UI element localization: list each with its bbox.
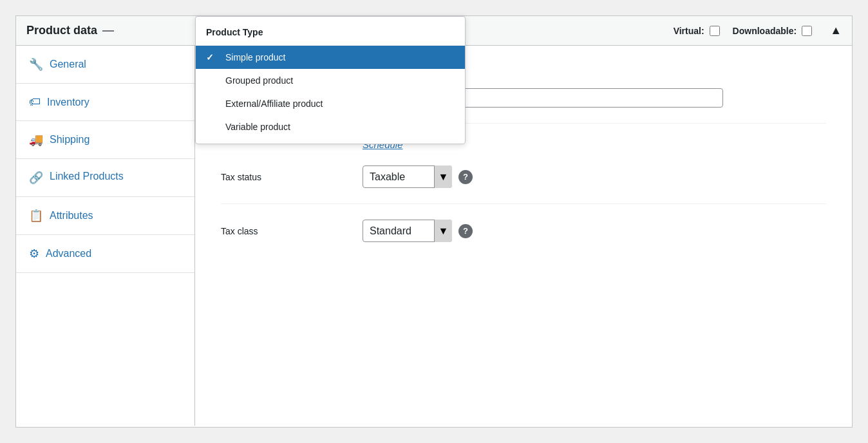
sidebar-item-label-general: General — [50, 59, 86, 70]
tax-class-help-icon[interactable]: ? — [458, 224, 473, 238]
tax-status-help-icon[interactable]: ? — [458, 170, 473, 184]
dropdown-item-label-external: External/Affiliate product — [225, 99, 323, 109]
collapse-button[interactable]: ▲ — [830, 24, 842, 37]
tax-class-select-wrapper: Standard Reduced rate Zero rate ▼ — [363, 220, 452, 242]
sidebar-item-linked-products[interactable]: 🔗 Linked Products — [16, 159, 194, 197]
sidebar-item-label-advanced: Advanced — [46, 248, 91, 259]
sidebar-item-label-attributes: Attributes — [50, 210, 93, 222]
panel-title-text: Product data — [26, 24, 97, 37]
dropdown-item-label-variable: Variable product — [225, 122, 290, 132]
truck-icon: 🚚 — [29, 133, 43, 147]
tax-status-row: Tax status Taxable Shipping only None ▼ … — [221, 165, 826, 204]
tax-status-label: Tax status — [221, 172, 363, 182]
downloadable-checkbox[interactable] — [802, 26, 812, 36]
dropdown-item-label-grouped: Grouped product — [225, 75, 293, 86]
virtual-checkbox[interactable] — [710, 26, 720, 36]
dropdown-item-grouped[interactable]: ✓ Grouped product — [196, 69, 465, 92]
tax-status-select-row: Taxable Shipping only None ▼ ? — [363, 165, 473, 188]
sidebar-item-general[interactable]: 🔧 General — [16, 46, 194, 84]
product-data-panel: Product data — Virtual: Downloadable: ▲ … — [15, 15, 853, 428]
tax-class-row: Tax class Standard Reduced rate Zero rat… — [221, 220, 826, 258]
downloadable-group: Downloadable: — [733, 26, 813, 36]
sidebar: 🔧 General 🏷 Inventory 🚚 Shipping 🔗 Linke… — [16, 46, 195, 426]
dropdown-title: Product Type — [196, 22, 465, 46]
dropdown-item-label-simple: Simple product — [225, 52, 285, 62]
panel-body: 🔧 General 🏷 Inventory 🚚 Shipping 🔗 Linke… — [16, 46, 852, 426]
tax-status-select-wrapper: Taxable Shipping only None ▼ — [363, 165, 452, 188]
sidebar-item-shipping[interactable]: 🚚 Shipping — [16, 121, 194, 159]
tag-icon: 🏷 — [29, 95, 41, 109]
sidebar-item-label-inventory: Inventory — [47, 97, 90, 108]
panel-title-dash: — — [102, 24, 114, 37]
dropdown-item-external[interactable]: ✓ External/Affiliate product — [196, 92, 465, 115]
downloadable-label: Downloadable: — [733, 26, 797, 36]
gear-icon: ⚙ — [29, 247, 39, 261]
grid-icon: 📋 — [29, 209, 43, 223]
check-icon-simple: ✓ — [206, 52, 218, 62]
tax-class-select-row: Standard Reduced rate Zero rate ▼ ? — [363, 220, 473, 242]
tax-status-select[interactable]: Taxable Shipping only None — [363, 165, 452, 188]
panel-title: Product data — — [26, 24, 114, 37]
dropdown-item-variable[interactable]: ✓ Variable product — [196, 115, 465, 138]
tax-class-select[interactable]: Standard Reduced rate Zero rate — [363, 220, 452, 242]
link-icon: 🔗 — [29, 171, 43, 185]
wrench-icon: 🔧 — [29, 57, 43, 71]
tax-class-label: Tax class — [221, 226, 363, 236]
sidebar-item-inventory[interactable]: 🏷 Inventory — [16, 84, 194, 121]
sidebar-item-advanced[interactable]: ⚙ Advanced — [16, 235, 194, 273]
virtual-label: Virtual: — [674, 26, 704, 36]
sidebar-item-label-shipping: Shipping — [50, 134, 90, 146]
product-type-dropdown: Product Type ✓ Simple product ✓ Grouped … — [195, 16, 466, 144]
sidebar-item-attributes[interactable]: 📋 Attributes — [16, 197, 194, 235]
virtual-group: Virtual: — [674, 26, 720, 36]
sidebar-item-label-linked-products: Linked Products — [50, 171, 124, 182]
header-controls: Virtual: Downloadable: ▲ — [674, 24, 842, 37]
dropdown-item-simple[interactable]: ✓ Simple product — [196, 46, 465, 69]
